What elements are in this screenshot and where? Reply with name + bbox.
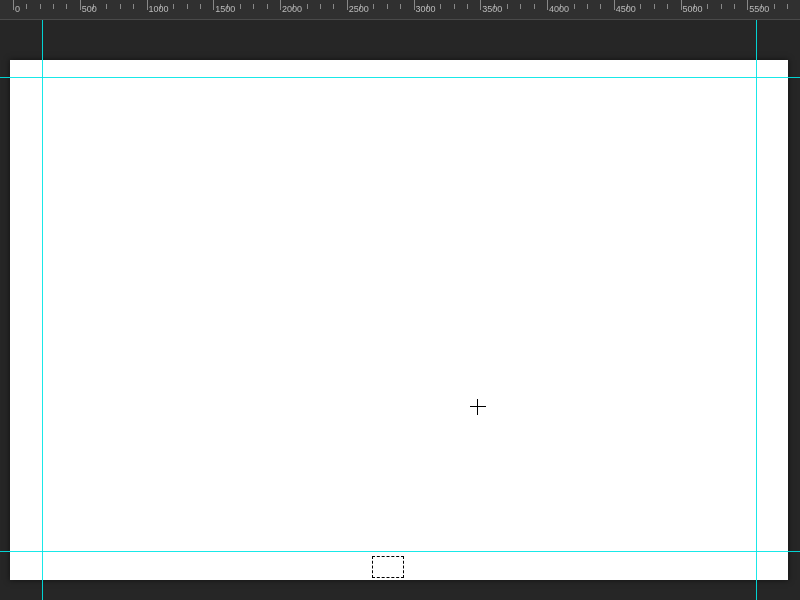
ruler-tick-minor: [267, 4, 268, 9]
vertical-guide[interactable]: [42, 0, 43, 600]
ruler-tick-major: [614, 0, 615, 10]
ruler-tick-minor: [387, 4, 388, 9]
ruler-label: 1500: [215, 4, 235, 14]
vertical-guide[interactable]: [756, 0, 757, 600]
ruler-tick-major: [280, 0, 281, 10]
ruler-tick-minor: [454, 4, 455, 9]
ruler-tick-minor: [574, 4, 575, 9]
ruler-tick-major: [414, 0, 415, 10]
ruler-tick-major: [213, 0, 214, 10]
ruler-tick-minor: [26, 4, 27, 9]
ruler-label: 1000: [149, 4, 169, 14]
ruler-tick-major: [747, 0, 748, 10]
ruler-tick-minor: [333, 4, 334, 9]
horizontal-ruler[interactable]: 0500100015002000250030003500400045005000…: [0, 0, 800, 20]
ruler-tick-minor: [120, 4, 121, 9]
ruler-tick-minor: [520, 4, 521, 9]
selection-marquee[interactable]: [372, 556, 404, 578]
ruler-label: 2000: [282, 4, 302, 14]
ruler-tick-minor: [734, 4, 735, 9]
ruler-label: 500: [82, 4, 97, 14]
ruler-tick-minor: [707, 4, 708, 9]
ruler-label: 4500: [616, 4, 636, 14]
ruler-tick-minor: [187, 4, 188, 9]
ruler-label: 3500: [482, 4, 502, 14]
ruler-tick-major: [13, 0, 14, 10]
ruler-tick-minor: [40, 4, 41, 9]
ruler-tick-minor: [534, 4, 535, 9]
horizontal-guide[interactable]: [0, 551, 800, 552]
ruler-tick-minor: [654, 4, 655, 9]
ruler-tick-major: [681, 0, 682, 10]
document-canvas[interactable]: [10, 60, 788, 580]
ruler-tick-minor: [240, 4, 241, 9]
ruler-label: 3000: [416, 4, 436, 14]
ruler-label: 5000: [683, 4, 703, 14]
ruler-tick-minor: [173, 4, 174, 9]
ruler-tick-minor: [721, 4, 722, 9]
ruler-tick-minor: [307, 4, 308, 9]
ruler-tick-major: [147, 0, 148, 10]
ruler-tick-minor: [320, 4, 321, 9]
ruler-tick-major: [80, 0, 81, 10]
ruler-label: 5500: [749, 4, 769, 14]
horizontal-guide[interactable]: [0, 77, 800, 78]
ruler-tick-minor: [587, 4, 588, 9]
ruler-tick-minor: [440, 4, 441, 9]
ruler-tick-minor: [253, 4, 254, 9]
ruler-tick-minor: [400, 4, 401, 9]
ruler-tick-minor: [467, 4, 468, 9]
ruler-tick-minor: [66, 4, 67, 9]
ruler-tick-major: [480, 0, 481, 10]
ruler-tick-minor: [667, 4, 668, 9]
ruler-tick-minor: [507, 4, 508, 9]
ruler-tick-minor: [787, 4, 788, 9]
pasteboard[interactable]: [0, 20, 800, 600]
ruler-label: 2500: [349, 4, 369, 14]
ruler-tick-minor: [200, 4, 201, 9]
ruler-tick-minor: [640, 4, 641, 9]
ruler-label: 4000: [549, 4, 569, 14]
ruler-tick-minor: [774, 4, 775, 9]
ruler-tick-minor: [53, 4, 54, 9]
ruler-tick-minor: [373, 4, 374, 9]
ruler-tick-minor: [600, 4, 601, 9]
editor-viewport: 0500100015002000250030003500400045005000…: [0, 0, 800, 600]
ruler-label: 0: [15, 4, 20, 14]
ruler-tick-minor: [106, 4, 107, 9]
ruler-tick-major: [347, 0, 348, 10]
ruler-tick-major: [547, 0, 548, 10]
ruler-tick-minor: [133, 4, 134, 9]
